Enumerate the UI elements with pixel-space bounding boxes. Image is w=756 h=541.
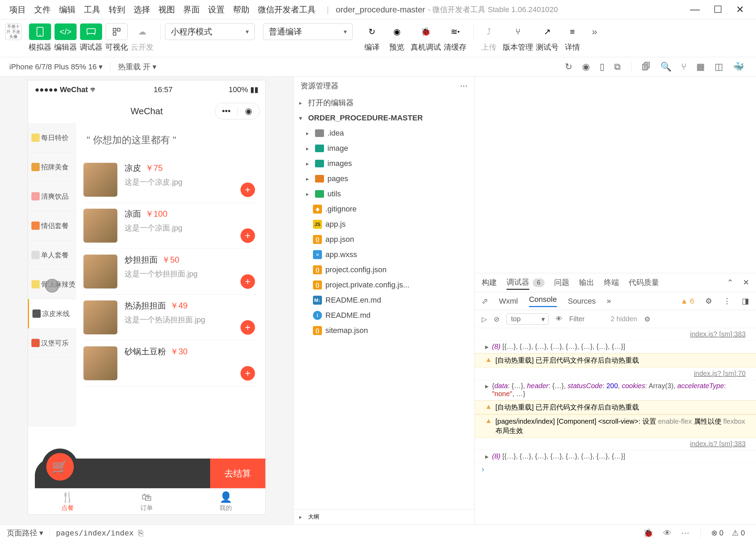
subtab-sources[interactable]: Sources [568,297,596,306]
category-sidebar[interactable]: 每日特价招牌美食清爽饮品情侣套餐单人套餐骨汤麻辣烫凉皮米线汉堡可乐 [28,123,76,427]
error-count[interactable]: ⊗0 [711,529,724,538]
expand-icon[interactable]: ▸ [485,343,489,351]
simulator-toggle[interactable] [29,23,51,40]
file-row[interactable]: {}app.json [294,232,474,247]
expand-icon[interactable]: ▸ [485,452,489,461]
tab-item[interactable]: 👤我的 [186,489,265,514]
test-id-button[interactable]: ↗ [536,23,558,40]
refresh-icon[interactable]: ↻ [565,61,572,72]
preview-button[interactable]: ◉ [386,23,408,40]
file-row[interactable]: iREADME.md [294,308,474,323]
tab-output[interactable]: 输出 [579,276,594,289]
subtab-wxml[interactable]: Wxml [499,297,518,306]
add-button[interactable]: + [240,366,255,381]
git-icon[interactable]: ⑂ [681,61,687,72]
real-debug-button[interactable]: 🐞 [415,23,437,40]
preview-eye-icon[interactable]: 👁 [663,528,671,538]
menu-ui[interactable]: 界面 [179,4,204,15]
menu-settings[interactable]: 设置 [204,4,229,15]
upload-button[interactable]: ⤴ [478,23,500,40]
food-list[interactable]: " 你想加的这里都有 " 凉皮￥75 这是一个凉皮.jpg + 凉面￥100 这… [76,123,265,427]
kebab-icon[interactable]: ⋮ [723,297,731,306]
files-icon[interactable]: 🗐 [642,61,651,72]
tab-item[interactable]: 🍴点餐 [28,489,107,514]
checkout-button[interactable]: 去结算 [210,459,265,488]
expand-icon[interactable]: ▸ [485,382,489,390]
file-row[interactable]: {}sitemap.json [294,323,474,338]
folder-row[interactable]: ▸image [294,141,474,156]
version-mgmt-button[interactable]: ⑂ [507,23,529,40]
open-editors-section[interactable]: ▸打开的编辑器 [294,95,474,110]
menu-help[interactable]: 帮助 [229,4,254,15]
maximize-icon[interactable]: ☐ [714,4,722,15]
add-button[interactable]: + [240,274,255,289]
menu-edit[interactable]: 编辑 [55,4,80,15]
tab-problems[interactable]: 问题 [554,276,569,289]
tab-build[interactable]: 构建 [482,276,497,289]
device-select[interactable]: iPhone 6/7/8 Plus 85% 16▾ [5,62,107,71]
file-row[interactable]: ≡app.wxss [294,247,474,262]
gear-icon[interactable]: ⚙ [705,297,712,306]
device-icon[interactable]: ▯ [600,61,605,72]
folder-row[interactable]: ▸images [294,156,474,171]
dock-icon[interactable]: ◨ [742,297,749,306]
search-icon[interactable]: 🔍 [660,61,671,72]
minimize-icon[interactable]: — [690,4,700,15]
tab-code-quality[interactable]: 代码质量 [629,276,659,289]
eye-icon[interactable]: 👁 [556,315,562,323]
add-button[interactable]: + [240,228,255,243]
log-object[interactable]: (8) (8) [{…}, {…}, {…}, {…}, {…}, {…}, {… [492,343,625,351]
category-item[interactable]: 凉皮米线 [28,299,76,328]
outline-section[interactable]: ▸大纲 [294,509,474,524]
play-icon[interactable]: ▷ [482,315,487,323]
log-source-link[interactable]: index.js? [sm]:70 [687,370,746,377]
tab-terminal[interactable]: 终端 [604,276,619,289]
file-row[interactable]: JSapp.js [294,217,474,232]
visual-toggle[interactable] [106,23,128,40]
menu-tool[interactable]: 工具 [80,4,105,15]
food-item[interactable]: 凉皮￥75 这是一个凉皮.jpg + [83,157,258,203]
menu-goto[interactable]: 转到 [105,4,129,15]
user-avatar[interactable]: 不瘦十斤 不改头像 [5,23,22,40]
docker-icon[interactable]: 🐳 [733,61,744,72]
menu-view[interactable]: 视图 [154,4,179,15]
copy-icon[interactable]: ⎘ [138,528,143,538]
console-output[interactable]: index.js? [sm]:383 ▸(8) (8) [{…}, {…}, {… [475,328,756,524]
debugger-toggle[interactable] [80,23,102,40]
editor-toggle[interactable]: </> [55,23,77,40]
more-icon[interactable]: ⋯ [460,81,468,90]
log-source-link[interactable]: index.js? [sm]:383 [683,330,746,338]
category-item[interactable]: 每日特价 [28,123,76,153]
filter-input[interactable] [569,315,597,323]
page-path-label[interactable]: 页面路径 ▾ [7,528,43,538]
collapse-icon[interactable]: ⌃ [727,278,733,287]
panel-close-icon[interactable]: ✕ [743,278,749,287]
hot-reload-select[interactable]: 热重载 开▾ [114,62,160,72]
add-button[interactable]: + [240,320,255,335]
stop-icon[interactable]: ◉ [582,61,590,72]
capsule-menu-icon[interactable]: ••• [215,106,237,116]
menu-wechat-devtool[interactable]: 微信开发者工具 [254,4,320,15]
folder-row[interactable]: ▸utils [294,186,474,201]
folder-row[interactable]: ▸.idea [294,126,474,141]
category-item[interactable]: 单人套餐 [28,240,76,270]
multi-window-icon[interactable]: ⧉ [614,61,621,72]
cart-button[interactable]: 🛒 [42,449,78,485]
menu-file[interactable]: 文件 [30,4,55,15]
details-button[interactable]: ≡ [561,23,583,40]
bug-icon[interactable]: 🐞 [643,528,654,538]
settings-gear-icon[interactable]: ⚙ [644,315,650,323]
category-item[interactable]: 招牌美食 [28,153,76,182]
food-item[interactable]: 凉面￥100 这是一个凉面.jpg + [83,203,258,249]
inspect-icon[interactable]: ⬀ [482,297,488,306]
cloud-dev-button[interactable]: ☁ [131,23,153,40]
more-icon[interactable]: ⋯ [681,528,689,538]
file-row[interactable]: {}project.private.config.js... [294,277,474,293]
tab-item[interactable]: 🛍订单 [107,489,186,514]
category-item[interactable]: 情侣套餐 [28,211,76,240]
menu-project[interactable]: 项目 [5,4,30,15]
extensions-icon[interactable]: ▦ [696,61,705,72]
compile-button[interactable]: ↻ [361,23,383,40]
more-tabs-icon[interactable]: » [607,297,611,306]
file-row[interactable]: M↓README.en.md [294,293,474,308]
